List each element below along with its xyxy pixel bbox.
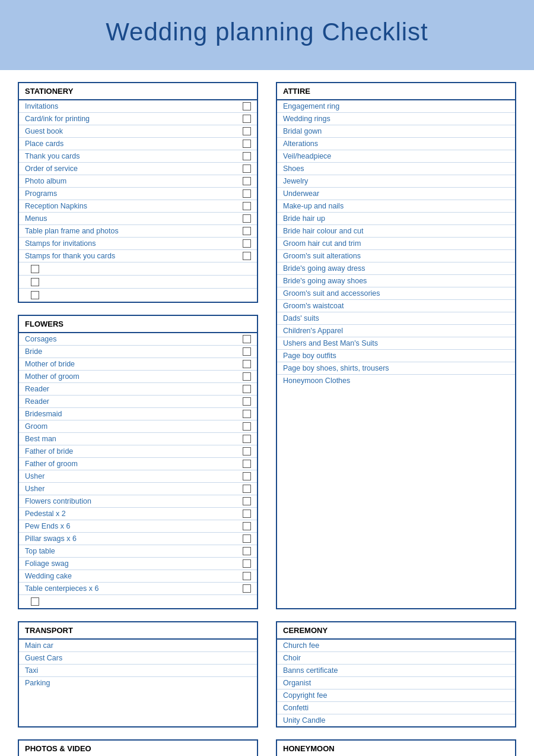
checkbox[interactable] [243, 177, 251, 185]
item-label: Table centerpieces x 6 [25, 584, 98, 593]
checkbox[interactable] [243, 214, 251, 223]
flowers-title: FLOWERS [19, 316, 257, 333]
item-label: Usher [25, 485, 44, 493]
item-label: Father of bride [25, 447, 73, 456]
item-label: Bride's going away dress [283, 264, 365, 273]
list-item: Underwear [277, 188, 515, 200]
checkbox[interactable] [243, 472, 251, 480]
list-item: Page boy outfits [277, 350, 515, 362]
item-label: Wedding rings [283, 115, 330, 123]
checkbox[interactable] [243, 115, 251, 123]
list-item: Copyright fee [277, 689, 515, 702]
item-label: Bridesmaid [25, 410, 62, 418]
checkbox[interactable] [243, 534, 251, 543]
checkbox[interactable] [31, 265, 39, 273]
transport-section: TRANSPORT Main carGuest CarsTaxiParking [18, 621, 258, 727]
checkbox[interactable] [243, 239, 251, 248]
list-item: Card/ink for printing [19, 113, 257, 125]
checkbox[interactable] [243, 485, 251, 493]
list-item: Bride [19, 346, 257, 358]
checkbox[interactable] [243, 397, 251, 406]
list-item: Guest Cars [19, 652, 257, 665]
item-label: Ushers and Best Man's Suits [283, 339, 378, 347]
checkbox[interactable] [243, 572, 251, 580]
list-item [19, 595, 257, 608]
item-label: Corsages [25, 335, 57, 343]
list-item: Bridesmaid [19, 408, 257, 420]
list-item: Bride's going away shoes [277, 275, 515, 287]
checkbox[interactable] [243, 202, 251, 210]
list-item: Pillar swags x 6 [19, 533, 257, 545]
list-item: Order of service [19, 163, 257, 175]
item-label: Organist [283, 679, 311, 687]
checkbox[interactable] [243, 127, 251, 135]
list-item: Groom's waistcoat [277, 300, 515, 312]
item-label: Veil/headpiece [283, 152, 331, 160]
item-label: Groom [25, 422, 47, 431]
checkbox[interactable] [31, 291, 39, 299]
checkbox[interactable] [243, 252, 251, 260]
checkbox[interactable] [243, 547, 251, 555]
list-item: Veil/headpiece [277, 150, 515, 163]
checkbox[interactable] [243, 140, 251, 148]
checkbox[interactable] [31, 278, 39, 286]
list-item: Reception Napkins [19, 200, 257, 213]
list-item: Engagement ring [277, 100, 515, 113]
list-item: Reader [19, 396, 257, 408]
item-label: Bride's going away shoes [283, 277, 367, 285]
checkbox[interactable] [243, 447, 251, 456]
list-item: Alterations [277, 138, 515, 150]
list-item: Place cards [19, 138, 257, 150]
list-item [19, 289, 257, 302]
checkbox[interactable] [243, 347, 251, 356]
item-label: Foliage swag [25, 559, 69, 568]
list-item: Menus [19, 213, 257, 225]
list-item: Make-up and nails [277, 200, 515, 213]
list-item: Banns certificate [277, 665, 515, 677]
checkbox[interactable] [243, 522, 251, 530]
list-item: Top table [19, 545, 257, 558]
checkbox[interactable] [243, 385, 251, 393]
checkbox[interactable] [243, 435, 251, 443]
list-item: Usher [19, 483, 257, 495]
list-item: Stamps for invitations [19, 238, 257, 250]
checkbox[interactable] [243, 360, 251, 368]
list-item: Groom's suit alterations [277, 250, 515, 262]
page-title: Wedding planning Checklist [12, 18, 522, 46]
item-label: Top table [25, 547, 55, 555]
item-label: Card/ink for printing [25, 115, 90, 123]
item-label: Shoes [283, 165, 304, 173]
checkbox[interactable] [243, 165, 251, 173]
checkbox[interactable] [243, 372, 251, 381]
checkbox[interactable] [243, 460, 251, 468]
item-label: Copyright fee [283, 691, 327, 700]
checkbox[interactable] [243, 497, 251, 505]
checkbox[interactable] [243, 559, 251, 568]
list-item: Pew Ends x 6 [19, 520, 257, 533]
checkbox[interactable] [243, 422, 251, 431]
checkbox[interactable] [243, 510, 251, 518]
item-label: Make-up and nails [283, 202, 344, 210]
checkbox[interactable] [243, 227, 251, 235]
checkbox[interactable] [243, 152, 251, 160]
checkbox[interactable] [243, 189, 251, 198]
checkbox[interactable] [243, 584, 251, 593]
item-label: Main car [25, 641, 53, 650]
item-label: Groom's suit alterations [283, 252, 361, 260]
checkbox[interactable] [31, 597, 39, 606]
checkbox[interactable] [243, 102, 251, 110]
list-item: Father of bride [19, 445, 257, 458]
list-item: Mother of bride [19, 358, 257, 371]
list-item: Organist [277, 677, 515, 689]
ceremony-section: CEREMONY Church feeChoirBanns certificat… [276, 621, 516, 727]
item-label: Reader [25, 385, 49, 393]
item-label: Honeymoon Clothes [283, 377, 350, 385]
item-label: Reader [25, 397, 49, 406]
list-item: Groom hair cut and trim [277, 238, 515, 250]
item-label: Jewelry [283, 177, 308, 185]
list-item: Wedding cake [19, 570, 257, 583]
checkbox[interactable] [243, 410, 251, 418]
item-label: Invitations [25, 102, 58, 110]
item-label: Guest book [25, 127, 63, 135]
checkbox[interactable] [243, 335, 251, 343]
